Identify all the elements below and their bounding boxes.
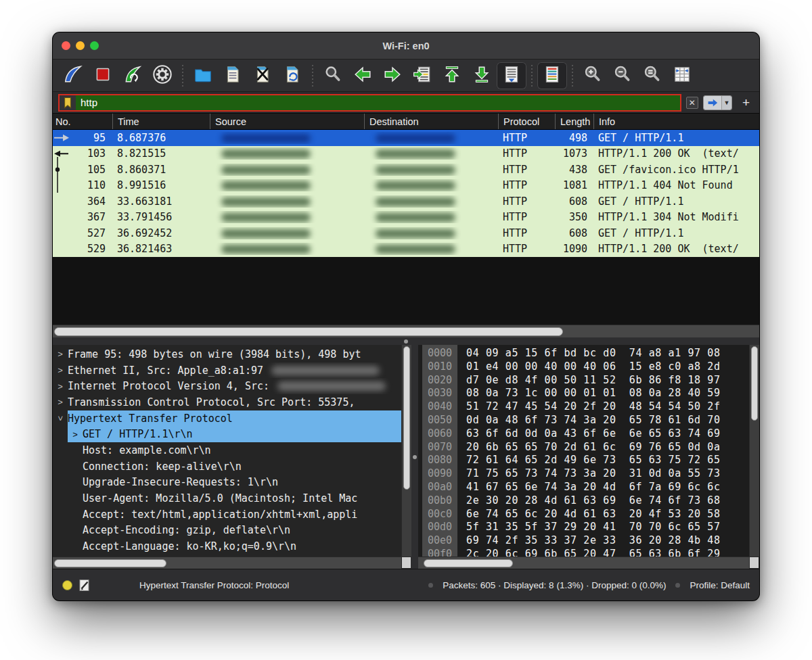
close-file-button[interactable] — [248, 62, 277, 89]
chevron-right-icon[interactable]: > — [68, 429, 83, 440]
filter-dropdown-button[interactable]: ▼ — [721, 96, 731, 110]
detail-row[interactable]: >Internet Protocol Version 4, Src: — [53, 378, 401, 394]
vertical-splitter[interactable] — [411, 345, 418, 569]
detail-row[interactable]: User-Agent: Mozilla/5.0 (Macintosh; Inte… — [53, 490, 401, 506]
packet-no-cell: 110 — [53, 179, 112, 191]
packet-row[interactable]: 1058.860371HTTP438GET /favicon.ico HTTP/… — [53, 162, 759, 178]
filter-apply-button[interactable] — [704, 96, 721, 110]
hex-hscrollbar[interactable] — [418, 557, 749, 569]
hex-vscrollbar[interactable] — [749, 345, 759, 557]
chevron-right-icon[interactable]: > — [53, 349, 68, 359]
column-header-time[interactable]: Time — [112, 114, 210, 129]
detail-row[interactable]: >Transmission Control Protocol, Src Port… — [53, 394, 401, 410]
close-button[interactable] — [62, 41, 70, 50]
hex-row[interactable]: 006063 6f 6d 0d 0a 43 6f 6e 6e 65 63 74 … — [418, 427, 749, 441]
minimize-button[interactable] — [76, 41, 85, 50]
previous-packet-button[interactable] — [348, 62, 378, 89]
hex-hscroll-thumb[interactable] — [424, 559, 513, 567]
detail-hscroll-thumb[interactable] — [54, 559, 166, 567]
zoom-out-button[interactable] — [608, 62, 637, 89]
save-file-button[interactable] — [218, 62, 248, 89]
packet-row[interactable]: 52936.821463HTTP1090HTTP/1.1 200 OK (tex… — [53, 241, 759, 258]
column-header-destination[interactable]: Destination — [364, 114, 498, 129]
open-file-button[interactable] — [188, 62, 218, 89]
hex-row[interactable]: 009071 75 65 73 74 73 3a 20 31 0d 0a 55 … — [418, 467, 749, 481]
go-to-packet-button[interactable] — [407, 62, 437, 89]
zoom-reset-button[interactable] — [637, 62, 667, 89]
zoom-button[interactable] — [90, 41, 99, 50]
hex-row[interactable]: 003008 0a 73 1c 00 00 01 01 08 0a 28 40 … — [418, 387, 749, 400]
filter-apply-combo: ▼ — [703, 95, 732, 110]
hex-row[interactable]: 008072 61 64 65 2d 49 6e 73 65 63 75 72 … — [418, 454, 749, 467]
hex-row[interactable]: 0020d7 0e d8 4f 00 50 11 52 6b 86 f8 18 … — [418, 374, 749, 387]
packet-row[interactable]: 1038.821515HTTP1073HTTP/1.1 200 OK (text… — [53, 146, 759, 162]
detail-vscroll-thumb[interactable] — [403, 346, 410, 490]
horizontal-splitter[interactable] — [53, 337, 759, 345]
column-header-protocol[interactable]: Protocol — [498, 114, 555, 129]
display-filter-field-wrapper — [58, 94, 681, 112]
chevron-right-icon[interactable]: > — [53, 381, 68, 392]
detail-row[interactable]: >Ethernet II, Src: Apple_a8:a1:97 — [53, 362, 401, 379]
hex-row[interactable]: 00500d 0a 48 6f 73 74 3a 20 65 78 61 6d … — [418, 414, 749, 427]
packet-row[interactable]: 36433.663181HTTP608GET / HTTP/1.1 — [53, 193, 759, 210]
filter-add-button[interactable]: + — [742, 96, 750, 109]
hex-row[interactable]: 004051 72 47 45 54 20 2f 20 48 54 54 50 … — [418, 400, 749, 414]
resize-columns-button[interactable] — [667, 62, 697, 89]
restart-capture-button[interactable] — [118, 62, 148, 89]
hex-row[interactable]: 00d05f 31 35 5f 37 29 20 41 70 70 6c 65 … — [418, 521, 749, 534]
packet-info-cell: GET / HTTP/1.1 — [593, 227, 759, 239]
detail-row[interactable]: >GET / HTTP/1.1\r\n — [53, 426, 401, 442]
find-packet-button[interactable] — [318, 62, 348, 89]
hex-row[interactable]: 00e069 74 2f 35 33 37 2e 33 36 20 28 4b … — [418, 534, 749, 548]
title-bar[interactable]: Wi-Fi: en0 — [53, 32, 759, 60]
detail-hscrollbar[interactable] — [53, 557, 401, 569]
detail-row[interactable]: Upgrade-Insecure-Requests: 1\r\n — [53, 475, 401, 491]
zoom-in-button[interactable] — [578, 62, 608, 89]
column-header-length[interactable]: Length — [555, 114, 593, 129]
detail-row[interactable]: >Frame 95: 498 bytes on wire (3984 bits)… — [53, 346, 401, 362]
filter-clear-button[interactable]: ✕ — [686, 97, 698, 109]
packet-list-hscrollbar[interactable] — [53, 325, 759, 337]
hex-row[interactable]: 00a041 67 65 6e 74 3a 20 4d 6f 7a 69 6c … — [418, 481, 749, 494]
column-header-source[interactable]: Source — [210, 114, 364, 129]
column-header-info[interactable]: Info — [593, 114, 759, 129]
packet-row[interactable]: 52736.692452HTTP608GET / HTTP/1.1 — [53, 225, 759, 241]
hex-row[interactable]: 00b02e 30 20 28 4d 61 63 69 6e 74 6f 73 … — [418, 494, 749, 508]
capture-options-button[interactable] — [148, 62, 177, 89]
detail-row[interactable]: Accept-Language: ko-KR,ko;q=0.9\r\n — [53, 538, 401, 555]
hex-row[interactable]: 00f02c 20 6c 69 6b 65 20 47 65 63 6b 6f … — [418, 548, 749, 557]
stop-capture-button[interactable] — [88, 62, 118, 89]
capture-comment-icon[interactable] — [79, 579, 91, 592]
display-filter-input[interactable] — [76, 95, 680, 110]
hex-row[interactable]: 007020 6b 65 65 70 2d 61 6c 69 76 65 0d … — [418, 441, 749, 454]
first-packet-button[interactable] — [437, 62, 467, 89]
detail-row[interactable]: Connection: keep-alive\r\n — [53, 458, 401, 475]
detail-row[interactable]: Accept-Encoding: gzip, deflate\r\n — [53, 523, 401, 539]
detail-row[interactable]: Accept: text/html,application/xhtml+xml,… — [53, 506, 401, 523]
last-packet-button[interactable] — [467, 62, 497, 89]
detail-row[interactable]: Host: example.com\r\n — [53, 442, 401, 458]
detail-row[interactable]: >Hypertext Transfer Protocol — [53, 410, 401, 427]
reload-file-button[interactable] — [277, 62, 307, 89]
packet-row[interactable]: 1108.991516HTTP1081HTTP/1.1 404 Not Foun… — [53, 178, 759, 194]
start-capture-button[interactable] — [58, 62, 88, 89]
column-header-no[interactable]: No. — [53, 114, 112, 129]
next-packet-button[interactable] — [378, 62, 407, 89]
colorize-toggle[interactable] — [537, 62, 567, 89]
hex-row[interactable]: 000004 09 a5 15 6f bd bc d0 74 a8 a1 97 … — [418, 347, 749, 360]
hex-vscroll-thumb[interactable] — [751, 346, 758, 421]
chevron-down-icon[interactable]: > — [55, 411, 66, 426]
packet-list-hscroll-thumb[interactable] — [54, 327, 563, 336]
bookmark-icon — [63, 97, 72, 109]
hex-row[interactable]: 00c06e 74 65 6c 20 4d 61 63 20 4f 53 20 … — [418, 508, 749, 521]
detail-vscrollbar[interactable] — [401, 345, 411, 557]
chevron-right-icon[interactable]: > — [53, 365, 68, 375]
packet-row[interactable]: 958.687376HTTP498GET / HTTP/1.1 — [53, 130, 759, 146]
profile-status[interactable]: Profile: Default — [690, 580, 750, 590]
auto-scroll-toggle[interactable] — [497, 62, 526, 89]
expert-info-indicator[interactable] — [62, 580, 72, 590]
chevron-right-icon[interactable]: > — [53, 397, 68, 407]
packet-row[interactable]: 36733.791456HTTP350HTTP/1.1 304 Not Modi… — [53, 210, 759, 226]
filter-bookmark-button[interactable] — [60, 95, 76, 110]
hex-row[interactable]: 001001 e4 00 00 40 00 40 06 15 e8 c0 a8 … — [418, 360, 749, 374]
